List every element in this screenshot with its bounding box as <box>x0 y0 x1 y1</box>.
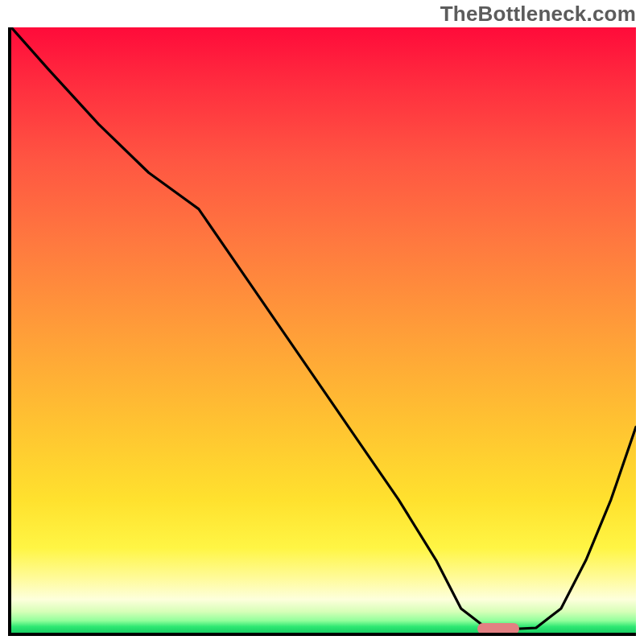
bottleneck-curve <box>11 27 636 633</box>
optimum-marker <box>477 623 519 634</box>
watermark-text: TheBottleneck.com <box>440 2 636 27</box>
plot-area <box>8 27 636 636</box>
curve-path <box>11 27 636 630</box>
chart-canvas: TheBottleneck.com <box>0 0 644 644</box>
